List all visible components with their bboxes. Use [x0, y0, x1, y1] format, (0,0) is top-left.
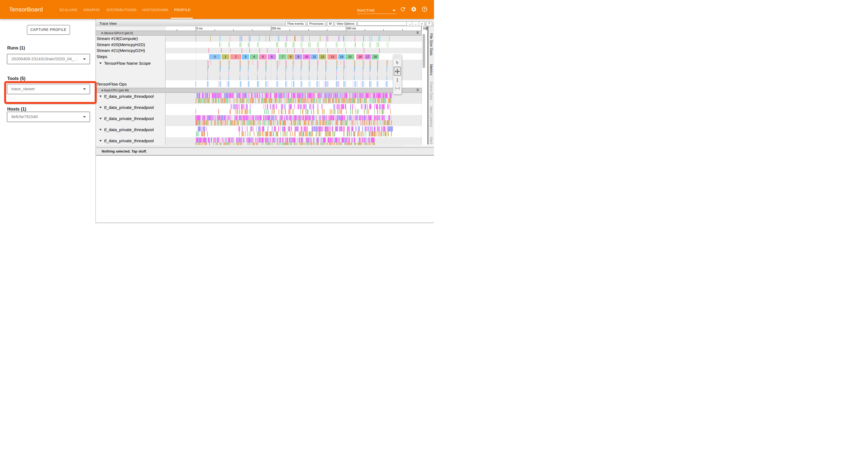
trace-event-mark[interactable] [303, 36, 304, 41]
trace-event-mark[interactable] [222, 138, 223, 143]
trace-event-mark[interactable] [228, 115, 229, 120]
trace-event-mark[interactable] [297, 120, 298, 125]
step-block-18[interactable]: 18 [372, 54, 379, 59]
trace-event-mark[interactable] [376, 104, 377, 109]
trace-event-mark[interactable] [386, 81, 387, 87]
trace-event-mark[interactable] [355, 104, 355, 109]
trace-event-mark[interactable] [345, 42, 345, 47]
trace-event-mark[interactable] [317, 42, 318, 47]
trace-event-mark[interactable] [382, 131, 382, 137]
trace-event-mark[interactable] [369, 138, 370, 143]
trace-event-mark[interactable] [242, 48, 242, 53]
trace-event-mark[interactable] [208, 120, 209, 125]
trace-event-mark[interactable] [244, 120, 244, 125]
trace-event-mark[interactable] [343, 81, 344, 87]
trace-event-mark[interactable] [285, 72, 286, 75]
trace-event-mark[interactable] [349, 138, 350, 143]
trace-event-mark[interactable] [316, 138, 317, 143]
status-dropdown[interactable]: INACTIVE [357, 8, 397, 14]
trace-event-mark[interactable] [291, 120, 291, 125]
trace-event-mark[interactable] [293, 75, 293, 80]
trace-event-mark[interactable] [236, 109, 237, 114]
trace-event-mark[interactable] [309, 120, 309, 125]
trace-event-mark[interactable] [249, 42, 250, 47]
trace-event-mark[interactable] [387, 120, 388, 125]
trace-event-mark[interactable] [333, 138, 334, 143]
trace-event-mark[interactable] [319, 81, 319, 87]
trace-event-mark[interactable] [266, 93, 267, 98]
trace-event-mark[interactable] [365, 120, 365, 125]
trace-event-mark[interactable] [205, 131, 205, 137]
trace-event-mark[interactable] [338, 120, 339, 125]
right-tab-file-size-stats[interactable]: File Size Stats [428, 33, 434, 56]
trace-event-mark[interactable] [338, 36, 339, 41]
trace-event-mark[interactable] [267, 120, 268, 125]
trace-event-mark[interactable] [301, 36, 301, 41]
trace-event-mark[interactable] [309, 60, 310, 66]
trace-event-mark[interactable] [223, 138, 224, 143]
trace-event-mark[interactable] [240, 42, 240, 47]
trace-event-mark[interactable] [344, 126, 345, 131]
trace-event-mark[interactable] [359, 126, 360, 131]
trace-event-mark[interactable] [331, 120, 331, 125]
trace-event-mark[interactable] [301, 66, 302, 69]
trace-event-mark[interactable] [206, 115, 207, 120]
trace-event-mark[interactable] [236, 104, 237, 109]
trace-event-mark[interactable] [364, 42, 364, 47]
trace-event-mark[interactable] [336, 138, 337, 143]
trace-event-mark[interactable] [258, 81, 259, 87]
trace-event-mark[interactable] [379, 104, 380, 109]
toolbar-button-processes[interactable]: Processes [307, 21, 326, 26]
trace-event-mark[interactable] [289, 104, 289, 109]
trace-event-mark[interactable] [364, 60, 364, 65]
trace-row-track[interactable] [166, 36, 422, 42]
trace-event-mark[interactable] [283, 138, 284, 143]
trace-event-mark[interactable] [344, 36, 344, 41]
trace-event-mark[interactable] [285, 81, 286, 87]
trace-event-mark[interactable] [375, 131, 375, 137]
trace-event-mark[interactable] [360, 138, 361, 143]
step-block-7[interactable]: 7 [279, 54, 286, 59]
trace-event-mark[interactable] [366, 98, 367, 103]
trace-event-mark[interactable] [343, 126, 343, 131]
trace-event-mark[interactable] [251, 115, 252, 120]
trace-event-mark[interactable] [384, 98, 385, 103]
trace-event-mark[interactable] [377, 104, 378, 109]
trace-event-mark[interactable] [315, 93, 315, 98]
trace-event-mark[interactable] [354, 81, 355, 87]
trace-event-mark[interactable] [220, 81, 220, 87]
trace-event-mark[interactable] [340, 93, 341, 98]
trace-event-mark[interactable] [274, 138, 275, 143]
trace-event-mark[interactable] [358, 109, 359, 114]
trace-event-mark[interactable] [284, 93, 285, 98]
trace-event-mark[interactable] [358, 93, 358, 98]
trace-event-mark[interactable] [266, 75, 266, 80]
trace-event-mark[interactable] [317, 75, 318, 80]
trace-event-mark[interactable] [315, 126, 316, 131]
trace-event-mark[interactable] [331, 115, 332, 120]
trace-event-mark[interactable] [232, 93, 234, 98]
trace-event-mark[interactable] [336, 72, 337, 75]
trace-event-mark[interactable] [205, 115, 205, 120]
trace-event-mark[interactable] [209, 138, 210, 143]
trace-row-track[interactable] [166, 42, 422, 48]
trace-event-mark[interactable] [251, 126, 252, 131]
trace-event-mark[interactable] [293, 81, 294, 87]
trace-event-mark[interactable] [344, 66, 344, 69]
trace-event-mark[interactable] [331, 98, 331, 103]
trace-event-mark[interactable] [248, 72, 248, 75]
trace-event-mark[interactable] [314, 126, 315, 131]
collapse-triangle-icon[interactable] [99, 96, 102, 97]
trace-event-mark[interactable] [301, 104, 302, 109]
trace-event-mark[interactable] [386, 60, 388, 66]
trace-event-mark[interactable] [377, 131, 378, 137]
trace-event-mark[interactable] [259, 115, 259, 120]
trace-event-mark[interactable] [318, 98, 318, 103]
right-tab-alerts[interactable]: Alerts [428, 130, 434, 145]
trace-event-mark[interactable] [241, 42, 241, 47]
trace-event-mark[interactable] [222, 115, 223, 120]
trace-event-mark[interactable] [282, 104, 283, 109]
trace-event-mark[interactable] [298, 126, 299, 131]
trace-event-mark[interactable] [328, 48, 328, 53]
trace-event-mark[interactable] [266, 66, 267, 69]
